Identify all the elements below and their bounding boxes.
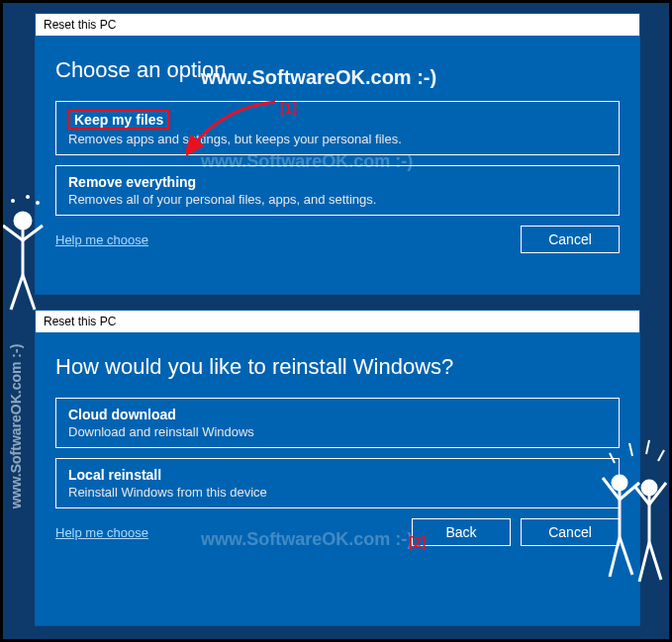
page-heading: How would you like to reinstall Windows?: [55, 354, 620, 380]
option-title: Local reinstall: [68, 467, 607, 483]
option-description: Removes apps and settings, but keeps you…: [68, 132, 607, 146]
svg-point-7: [26, 195, 30, 199]
svg-line-2: [3, 226, 23, 240]
button-row: Cancel: [521, 226, 620, 253]
svg-point-0: [15, 213, 31, 229]
dialog-body: Choose an option Keep my files Removes a…: [36, 36, 639, 267]
svg-line-24: [658, 450, 664, 461]
dialog-title: Reset this PC: [44, 18, 116, 32]
dialog-title: Reset this PC: [44, 315, 116, 328]
button-row: Back Cancel: [412, 518, 620, 546]
option-title: Cloud download: [68, 407, 607, 422]
svg-point-6: [11, 199, 15, 203]
help-me-choose-link[interactable]: Help me choose: [55, 525, 148, 540]
option-cloud-download[interactable]: Cloud download Download and reinstall Wi…: [55, 398, 620, 448]
highlight-annotation: Keep my files: [68, 110, 169, 130]
option-description: Removes all of your personal files, apps…: [68, 192, 607, 207]
watermark-side: www.SoftwareOK.com :-): [8, 344, 24, 509]
cancel-button[interactable]: Cancel: [521, 518, 620, 546]
option-title: Keep my files: [68, 110, 607, 130]
dialog-titlebar: Reset this PC: [36, 14, 639, 36]
dialog-footer: Help me choose Cancel: [55, 226, 620, 253]
option-remove-everything[interactable]: Remove everything Removes all of your pe…: [55, 165, 620, 216]
reset-pc-dialog-1: Reset this PC Choose an option Keep my f…: [35, 13, 640, 295]
option-description: Reinstall Windows from this device: [68, 485, 607, 500]
svg-line-20: [649, 542, 661, 580]
option-description: Download and reinstall Windows: [68, 424, 607, 439]
svg-line-5: [23, 275, 35, 310]
svg-line-23: [646, 440, 649, 454]
option-title: Remove everything: [68, 174, 607, 190]
svg-line-18: [649, 483, 666, 504]
annotation-label-2: [2]: [409, 534, 426, 550]
page-heading: Choose an option: [55, 57, 620, 83]
option-local-reinstall[interactable]: Local reinstall Reinstall Windows from t…: [55, 458, 620, 508]
option-keep-my-files[interactable]: Keep my files Removes apps and settings,…: [55, 101, 620, 155]
svg-point-15: [642, 481, 656, 495]
svg-line-19: [639, 542, 649, 582]
annotation-label-1: [1]: [280, 100, 297, 116]
cancel-button[interactable]: Cancel: [521, 226, 620, 253]
back-button[interactable]: Back: [412, 518, 511, 546]
dialog-titlebar: Reset this PC: [36, 311, 639, 332]
reset-pc-dialog-2: Reset this PC How would you like to rein…: [35, 310, 640, 626]
help-me-choose-link[interactable]: Help me choose: [55, 232, 148, 247]
dialog-body: How would you like to reinstall Windows?…: [36, 332, 639, 560]
dialog-footer: Help me choose Back Cancel: [55, 518, 620, 546]
svg-line-4: [11, 275, 23, 310]
